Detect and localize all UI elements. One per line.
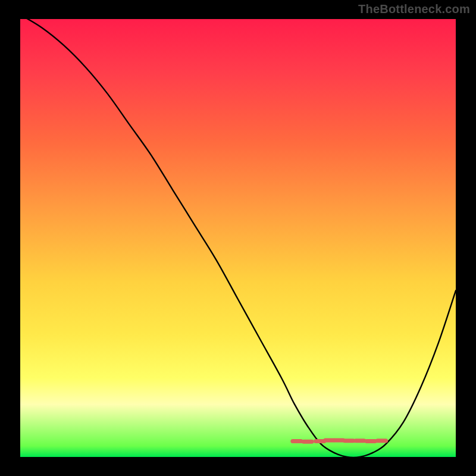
optimal-range-markers [293, 440, 386, 441]
chart-svg [20, 19, 456, 457]
bottleneck-curve [20, 19, 456, 457]
plot-area [20, 19, 456, 457]
chart-frame: TheBottleneck.com [0, 0, 476, 476]
watermark-label: TheBottleneck.com [358, 2, 470, 16]
